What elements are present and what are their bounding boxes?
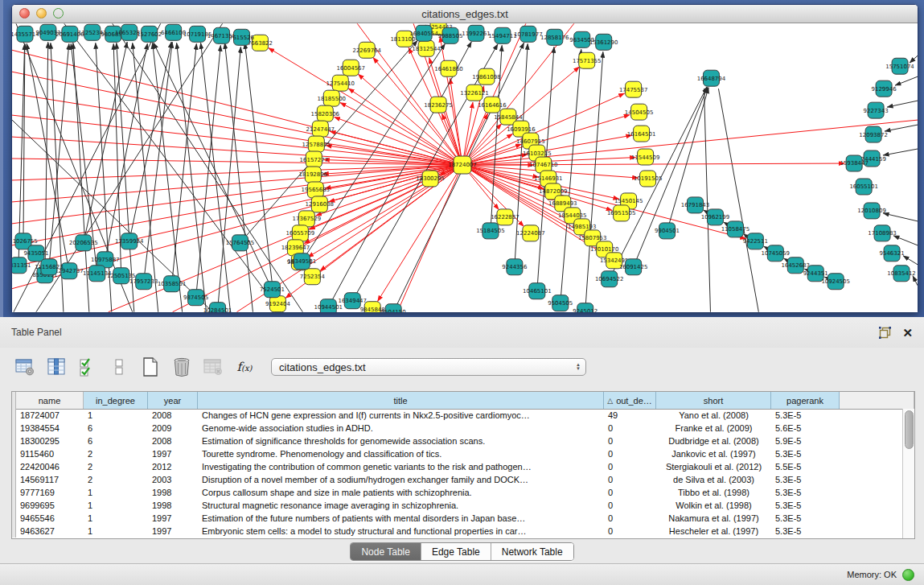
column-header-in_degree[interactable]: in_degree — [84, 392, 148, 409]
cell-title[interactable]: Disruption of a novel member of a sodium… — [198, 475, 604, 484]
cell-short[interactable]: Hescheler et al. (1997) — [656, 526, 771, 536]
cell-pagerank[interactable]: 5.3E-5 — [771, 526, 840, 536]
cell-in_degree[interactable]: 1 — [84, 501, 148, 510]
column-header-title[interactable]: title — [198, 392, 604, 409]
cell-out_degree[interactable]: 0 — [604, 526, 656, 536]
tab-node-table[interactable]: Node Table — [351, 543, 421, 560]
close-panel-button[interactable]: ✕ — [902, 327, 913, 339]
table-row[interactable]: 1830029562008Estimation of significance … — [12, 435, 902, 447]
cell-pagerank[interactable]: 5.3E-5 — [771, 501, 840, 510]
cell-year[interactable]: 2008 — [148, 436, 198, 446]
column-header-out_degree[interactable]: △out_de… — [604, 392, 656, 409]
cell-pagerank[interactable]: 5.3E-5 — [771, 410, 840, 420]
cell-short[interactable]: Wolkin et al. (1998) — [656, 501, 771, 510]
scrollbar-thumb[interactable] — [905, 410, 914, 449]
cell-short[interactable]: Tibbo et al. (1998) — [656, 488, 771, 497]
cell-pagerank[interactable]: 5.9E-5 — [771, 436, 840, 446]
network-canvas[interactable]: 1872400722269764160045671275441018185500… — [12, 23, 918, 312]
cell-title[interactable]: Changes of HCN gene expression and I(f) … — [198, 410, 604, 420]
unselect-all-columns-button[interactable] — [108, 356, 130, 378]
cell-short[interactable]: Stergiakouli et al. (2012) — [656, 462, 771, 472]
table-row[interactable]: 911546021997Tourette syndrome. Phenomeno… — [12, 447, 902, 460]
cell-name[interactable]: 9115460 — [16, 449, 84, 459]
cell-year[interactable]: 1998 — [148, 501, 198, 510]
cell-name[interactable]: 18724007 — [16, 410, 84, 420]
table-row[interactable]: 977716911998Corpus callosum shape and si… — [12, 486, 902, 499]
column-visibility-button[interactable] — [45, 356, 68, 378]
cell-short[interactable]: Jankovic et al. (1997) — [656, 449, 771, 459]
cell-year[interactable]: 2003 — [148, 475, 198, 484]
cell-year[interactable]: 2009 — [148, 423, 198, 433]
cell-year[interactable]: 1997 — [148, 513, 198, 523]
cell-name[interactable]: 19384554 — [16, 423, 84, 433]
close-window-button[interactable] — [19, 8, 30, 19]
cell-in_degree[interactable]: 1 — [84, 410, 148, 420]
cell-out_degree[interactable]: 49 — [604, 410, 656, 420]
cell-out_degree[interactable]: 0 — [604, 488, 656, 497]
cell-in_degree[interactable]: 6 — [84, 436, 148, 446]
column-header-short[interactable]: short — [656, 392, 771, 409]
network-view-window[interactable]: citations_edges.txt 18724007222697641600… — [11, 4, 918, 312]
network-graph-svg[interactable]: 1872400722269764160045671275441018185500… — [12, 23, 918, 312]
cell-short[interactable]: Franke et al. (2009) — [656, 423, 771, 433]
cell-title[interactable]: Estimation of the future numbers of pati… — [198, 513, 604, 523]
table-mode-button[interactable] — [14, 356, 36, 378]
cell-out_degree[interactable]: 0 — [604, 462, 656, 472]
float-panel-button[interactable] — [879, 327, 891, 339]
cell-name[interactable]: 9465546 — [16, 513, 84, 523]
cell-short[interactable]: de Silva et al. (2003) — [656, 475, 771, 484]
cell-name[interactable]: 9777169 — [16, 488, 84, 497]
cell-title[interactable]: Investigating the contribution of common… — [198, 462, 604, 472]
cell-name[interactable]: 14569117 — [16, 475, 84, 484]
cell-year[interactable]: 2012 — [148, 462, 198, 472]
table-row[interactable]: 969969511998Structural magnetic resonanc… — [12, 499, 902, 512]
cell-title[interactable]: Estimation of significance thresholds fo… — [198, 436, 604, 446]
table-row[interactable]: 946362711997Embryonic stem cells: a mode… — [12, 525, 902, 538]
cell-pagerank[interactable]: 5.3E-5 — [771, 488, 840, 497]
table-vertical-scrollbar[interactable] — [902, 409, 914, 538]
column-header-name[interactable]: name — [16, 392, 84, 409]
table-row[interactable]: 1456911722003Disruption of a novel membe… — [12, 473, 902, 486]
cell-in_degree[interactable]: 1 — [84, 488, 148, 497]
table-row[interactable]: 1938455462009Genome-wide association stu… — [12, 422, 902, 435]
cell-in_degree[interactable]: 2 — [84, 449, 148, 459]
cell-out_degree[interactable]: 0 — [604, 513, 656, 523]
cell-pagerank[interactable]: 5.5E-5 — [771, 462, 840, 472]
cell-name[interactable]: 18300295 — [16, 436, 84, 446]
table-panel-titlebar[interactable]: Table Panel ✕ — [0, 317, 924, 348]
cell-out_degree[interactable]: 0 — [604, 436, 656, 446]
cell-in_degree[interactable]: 2 — [84, 475, 148, 484]
cell-pagerank[interactable]: 5.6E-5 — [771, 423, 840, 433]
delete-table-button[interactable] — [202, 356, 224, 378]
cell-title[interactable]: Tourette syndrome. Phenomenology and cla… — [198, 449, 604, 459]
cell-in_degree[interactable]: 1 — [84, 513, 148, 523]
table-row[interactable]: 1872400712008Changes of HCN gene express… — [12, 409, 902, 422]
cell-short[interactable]: Dudbridge et al. (2008) — [656, 436, 771, 446]
cell-in_degree[interactable]: 6 — [84, 423, 148, 433]
cell-title[interactable]: Corpus callosum shape and size in male p… — [198, 488, 604, 497]
table-selector-dropdown[interactable]: citations_edges.txt ▲▼ — [271, 358, 586, 376]
window-titlebar[interactable]: citations_edges.txt — [12, 5, 918, 23]
cell-short[interactable]: Nakamura et al. (1997) — [656, 513, 771, 523]
cell-year[interactable]: 1998 — [148, 488, 198, 497]
function-builder-button[interactable]: f(x) — [233, 356, 256, 378]
select-all-columns-button[interactable] — [76, 356, 99, 378]
cell-year[interactable]: 1997 — [148, 526, 198, 536]
cell-out_degree[interactable]: 0 — [604, 449, 656, 459]
cell-pagerank[interactable]: 5.3E-5 — [771, 475, 840, 484]
new-column-button[interactable] — [139, 356, 162, 378]
column-header-pagerank[interactable]: pagerank — [771, 392, 840, 409]
cell-pagerank[interactable]: 5.3E-5 — [771, 513, 840, 523]
cell-in_degree[interactable]: 1 — [84, 526, 148, 536]
cell-out_degree[interactable]: 0 — [604, 501, 656, 510]
cell-year[interactable]: 1997 — [148, 449, 198, 459]
table-row[interactable]: 2242004622012Investigating the contribut… — [12, 460, 902, 473]
delete-column-button[interactable] — [170, 356, 193, 378]
table-row[interactable]: 946554611997Estimation of the future num… — [12, 512, 902, 525]
cell-out_degree[interactable]: 0 — [604, 475, 656, 484]
cell-pagerank[interactable]: 5.3E-5 — [771, 449, 840, 459]
cell-title[interactable]: Genome-wide association studies in ADHD. — [198, 423, 604, 433]
cell-name[interactable]: 9699695 — [16, 501, 84, 510]
cell-title[interactable]: Embryonic stem cells: a model to study s… — [198, 526, 604, 536]
cell-name[interactable]: 9463627 — [16, 526, 84, 536]
